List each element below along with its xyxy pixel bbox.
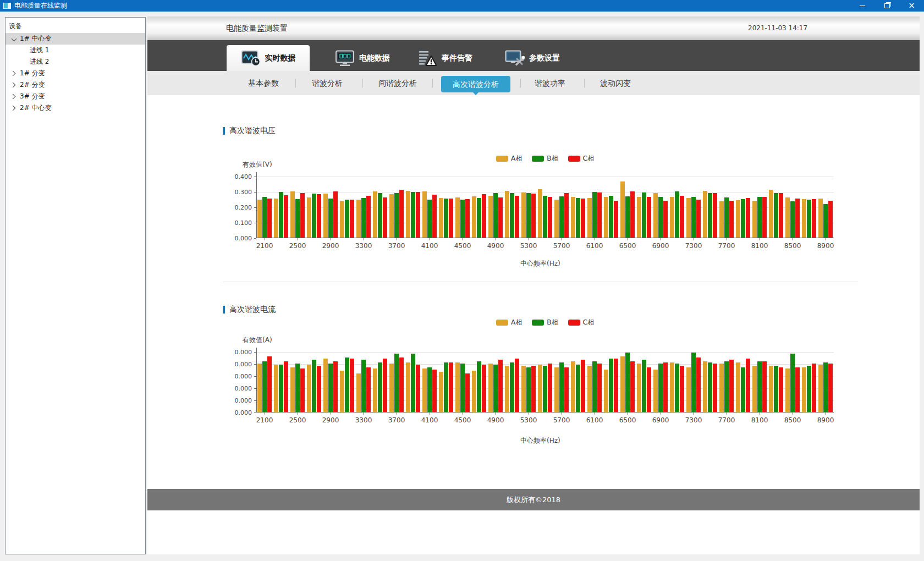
bar-A相 (802, 367, 806, 412)
subtab-基本参数[interactable]: 基本参数 (248, 71, 279, 95)
bar-A相 (406, 362, 410, 412)
x-tick (496, 413, 496, 415)
chart-section-title: 高次谐波电压 (223, 126, 276, 136)
y-tick-label: 0.200 (213, 204, 252, 211)
legend-item-A相[interactable]: A相 (496, 154, 522, 163)
bar-C相 (614, 359, 618, 412)
chevron-right-icon[interactable] (10, 71, 16, 76)
tree-item-3[interactable]: 进线 2 (6, 56, 145, 68)
bar-B相 (510, 362, 514, 412)
chevron-right-icon[interactable] (10, 82, 16, 88)
bar-A相 (439, 372, 443, 412)
subtab-高次谐波分析[interactable]: 高次谐波分析 (441, 76, 510, 92)
bar-A相 (637, 364, 641, 412)
legend-swatch-icon (532, 320, 544, 326)
x-tick (727, 413, 727, 415)
bar-A相 (340, 201, 344, 238)
section-title-mark-icon (223, 306, 225, 314)
x-tick (331, 413, 331, 415)
bar-B相 (807, 366, 811, 412)
subtab-谐波功率[interactable]: 谐波功率 (535, 71, 565, 95)
bar-B相 (493, 365, 498, 412)
bar-C相 (366, 367, 371, 412)
x-tick-label: 6500 (619, 416, 636, 424)
bar-A相 (373, 191, 377, 238)
chevron-right-icon[interactable] (10, 106, 16, 111)
tree-item-5[interactable]: 2# 分变 (6, 79, 145, 91)
chevron-down-icon[interactable] (12, 36, 17, 42)
bar-B相 (477, 361, 481, 412)
bar-B相 (823, 204, 828, 238)
bar-A相 (356, 373, 361, 412)
x-tick-label: 5700 (553, 242, 570, 250)
gridline (256, 192, 834, 193)
x-tick-label: 5300 (520, 416, 537, 424)
x-tick-label: 6100 (586, 242, 603, 250)
x-axis-line (256, 238, 834, 238)
bar-A相 (785, 197, 790, 238)
tree-item-6[interactable]: 3# 分变 (6, 91, 145, 102)
close-button[interactable]: × (899, 0, 924, 12)
legend-swatch-icon (496, 320, 508, 326)
subtab-divider (362, 79, 363, 87)
legend-item-B相[interactable]: B相 (532, 318, 558, 327)
bar-B相 (427, 200, 432, 238)
bar-C相 (779, 193, 783, 238)
bar-C相 (647, 367, 651, 412)
x-tick (562, 238, 562, 240)
bar-B相 (774, 366, 778, 412)
tab-实时数据[interactable]: 实时数据 (227, 45, 310, 71)
bar-C相 (663, 201, 668, 238)
bar-C相 (746, 359, 750, 412)
x-tick-label: 8900 (817, 242, 834, 250)
bar-C相 (465, 373, 470, 412)
minimize-button[interactable] (850, 0, 875, 12)
legend-item-C相[interactable]: C相 (568, 154, 594, 163)
x-tick-label: 2100 (256, 242, 273, 250)
bar-B相 (411, 192, 415, 238)
x-tick-label: 4100 (421, 242, 438, 250)
x-tick (595, 238, 595, 240)
bar-B相 (510, 193, 514, 238)
bar-B相 (411, 354, 415, 412)
subtab-波动闪变[interactable]: 波动闪变 (600, 71, 631, 95)
x-tick-label: 2900 (322, 416, 339, 424)
bar-B相 (576, 365, 580, 412)
x-tick-label: 6100 (586, 416, 603, 424)
x-tick-label: 4500 (454, 242, 471, 250)
bar-C相 (795, 367, 800, 412)
bar-B相 (790, 354, 795, 412)
y-axis-name: 有效值(A) (243, 336, 272, 345)
bar-C相 (366, 196, 371, 238)
bar-B相 (790, 201, 795, 238)
bar-C相 (828, 201, 833, 238)
legend-item-C相[interactable]: C相 (568, 318, 594, 327)
gridline (256, 177, 834, 177)
tree-item-2[interactable]: 进线 1 (6, 45, 145, 56)
x-tick (463, 238, 463, 240)
tree-item-label: 3# 分变 (20, 92, 45, 101)
bar-A相 (356, 200, 361, 238)
subtab-谐波分析[interactable]: 谐波分析 (312, 71, 343, 95)
bar-A相 (406, 191, 410, 238)
bar-C相 (597, 364, 602, 412)
legend-item-B相[interactable]: B相 (532, 154, 558, 163)
subtab-divider (295, 79, 296, 87)
tree-item-4[interactable]: 1# 分变 (6, 68, 145, 79)
tab-参数设置[interactable]: 参数设置 (497, 45, 568, 71)
tab-电能数据[interactable]: 电能数据 (327, 45, 398, 71)
bar-B相 (757, 361, 762, 412)
subtab-间谐波分析[interactable]: 间谐波分析 (378, 71, 417, 95)
bar-B相 (823, 362, 828, 412)
tree-item-7[interactable]: 2# 中心变 (6, 102, 145, 114)
chevron-right-icon[interactable] (10, 94, 16, 100)
bar-B相 (576, 198, 580, 238)
legend-label: B相 (547, 318, 558, 327)
restore-button[interactable] (875, 0, 899, 12)
bar-B相 (625, 196, 630, 238)
tab-事件告警[interactable]: 事件告警 (409, 45, 481, 71)
gridline (256, 352, 834, 353)
bar-C相 (812, 199, 816, 238)
legend-item-A相[interactable]: A相 (496, 318, 522, 327)
tree-item-1[interactable]: 1# 中心变 (6, 33, 145, 45)
